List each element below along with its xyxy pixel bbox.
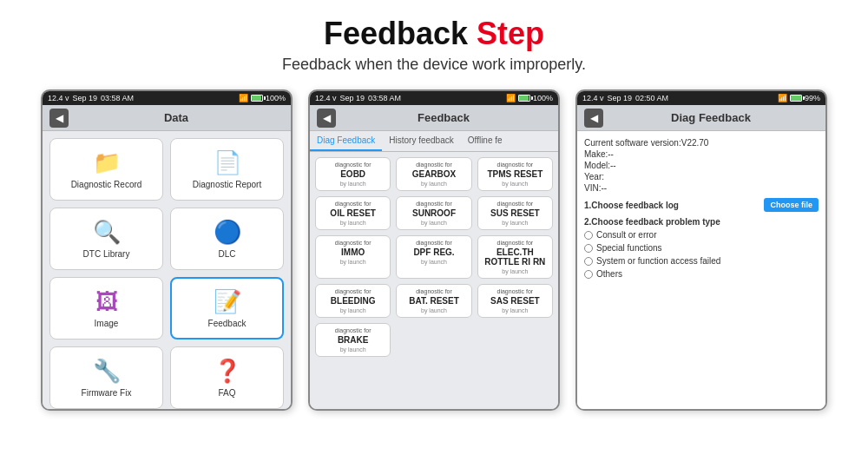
image-icon: 🖼: [95, 288, 118, 315]
page-header: Feedback Step Feedback when the device w…: [0, 0, 868, 81]
phone3-back-button[interactable]: ◀: [584, 109, 603, 128]
phone3-time: 02:50 AM: [635, 94, 668, 102]
phone2-wifi-icon: 📶: [506, 94, 516, 102]
title-black: Feedback: [324, 16, 468, 51]
phone2-back-button[interactable]: ◀: [317, 109, 336, 128]
folder-icon: 📁: [93, 149, 121, 176]
menu-diagnostic-report-label: Diagnostic Report: [193, 180, 261, 189]
diag-items-grid: diagnostic for EOBD by launch diagnostic…: [310, 152, 558, 362]
phone3-battery-icon: [790, 95, 802, 102]
dtc-icon: 🔍: [93, 219, 121, 246]
phone2-date: Sep 19: [340, 94, 365, 102]
diag-item-oil-reset[interactable]: diagnostic for OIL RESET by launch: [315, 196, 391, 230]
software-version: Current software version:V22.70: [584, 138, 819, 148]
phones-row: 12.4 v Sep 19 03:58 AM 📶 100% ◀ Data 📁 D…: [0, 81, 868, 411]
phone3-date: Sep 19: [608, 94, 633, 102]
feedback-icon: 📝: [214, 288, 241, 315]
menu-dlc[interactable]: 🔵 DLC: [170, 208, 284, 270]
section2-label: 2.Choose feedback problem type: [584, 217, 819, 227]
year: Year:: [584, 172, 819, 181]
phone1-battery: 100%: [266, 94, 286, 102]
menu-image[interactable]: 🖼 Image: [49, 277, 163, 340]
phone3-voltage: 12.4 v: [582, 94, 604, 102]
phone2: 12.4 v Sep 19 03:58 AM 📶 100% ◀ Feedback…: [308, 89, 560, 411]
menu-dtc-library-label: DTC Library: [83, 249, 130, 259]
menu-faq[interactable]: ❓ FAQ: [170, 346, 284, 409]
diag-item-sus-reset[interactable]: diagnostic for SUS RESET by launch: [477, 196, 553, 230]
radio-consult-error[interactable]: Consult or error: [584, 230, 819, 240]
menu-image-label: Image: [95, 319, 119, 328]
radio-label-3: System or function access failed: [596, 256, 720, 266]
vin: VIN:--: [584, 183, 819, 193]
menu-feedback[interactable]: 📝 Feedback: [170, 277, 284, 340]
phone2-voltage: 12.4 v: [315, 94, 337, 102]
diag-item-dpf[interactable]: diagnostic for DPF REG. by launch: [396, 235, 471, 279]
page-subtitle: Feedback when the device work improperly…: [0, 56, 868, 74]
menu-dlc-label: DLC: [218, 249, 235, 259]
radio-circle-4: [584, 270, 593, 279]
diag-item-bleeding[interactable]: diagnostic for BLEEDING by launch: [315, 284, 391, 318]
diag-item-throttle[interactable]: diagnostic for ELEC.TH ROTTLE RI RN by l…: [477, 235, 553, 279]
doc-icon: 📄: [214, 149, 241, 176]
phone2-status-bar: 12.4 v Sep 19 03:58 AM 📶 100%: [310, 91, 558, 105]
diag-item-brake[interactable]: diagnostic for BRAKE by launch: [315, 323, 391, 357]
menu-firmware-fix[interactable]: 🔧 Firmware Fix: [49, 346, 163, 409]
radio-circle-1: [584, 231, 593, 240]
phone1-header: ◀ Data: [43, 105, 291, 131]
section1-label: 1.Choose feedback log Choose file: [584, 198, 819, 212]
radio-label-2: Special functions: [596, 243, 662, 253]
menu-dtc-library[interactable]: 🔍 DTC Library: [49, 208, 163, 270]
radio-others[interactable]: Others: [584, 269, 819, 279]
tab-history-feedback[interactable]: History feedback: [382, 131, 460, 151]
choose-file-button[interactable]: Choose file: [764, 198, 819, 212]
menu-diagnostic-record-label: Diagnostic Record: [71, 180, 142, 189]
phone1-status-bar: 12.4 v Sep 19 03:58 AM 📶 100%: [43, 91, 291, 105]
diag-item-bat-reset[interactable]: diagnostic for BAT. RESET by launch: [396, 284, 471, 318]
page-title: Feedback Step: [0, 16, 868, 52]
title-red: Step: [477, 16, 544, 51]
radio-circle-3: [584, 257, 593, 266]
menu-faq-label: FAQ: [218, 388, 235, 398]
diag-item-sas-reset[interactable]: diagnostic for SAS RESET by launch: [477, 284, 553, 318]
tab-offline-fe[interactable]: Offline fe: [461, 131, 510, 151]
diag-item-eobd[interactable]: diagnostic for EOBD by launch: [315, 157, 391, 191]
phone1-voltage: 12.4 v: [48, 94, 69, 102]
phone1-menu-grid: 📁 Diagnostic Record 📄 Diagnostic Report …: [43, 131, 291, 411]
radio-label-4: Others: [596, 269, 622, 279]
diag-item-immo[interactable]: diagnostic for IMMO by launch: [315, 235, 391, 279]
diag-item-tpms[interactable]: diagnostic for TPMS RESET by launch: [477, 157, 553, 191]
diag-item-gearbox[interactable]: diagnostic for GEARBOX by launch: [396, 157, 471, 191]
tab-diag-feedback[interactable]: Diag Feedback: [310, 131, 382, 151]
phone2-time: 03:58 AM: [368, 94, 401, 102]
phone1-wifi-icon: 📶: [239, 94, 248, 102]
phone3-header: ◀ Diag Feedback: [577, 105, 825, 131]
radio-special-functions[interactable]: Special functions: [584, 243, 819, 253]
menu-feedback-label: Feedback: [208, 319, 247, 328]
menu-diagnostic-report[interactable]: 📄 Diagnostic Report: [170, 138, 284, 201]
faq-icon: ❓: [214, 358, 241, 385]
phone1: 12.4 v Sep 19 03:58 AM 📶 100% ◀ Data 📁 D…: [41, 89, 293, 411]
diag-item-sunroof[interactable]: diagnostic for SUNROOF by launch: [396, 196, 471, 230]
phone1-date: Sep 19: [73, 94, 98, 102]
phone1-body: 📁 Diagnostic Record 📄 Diagnostic Report …: [43, 131, 291, 411]
make: Make:--: [584, 149, 819, 159]
model: Model:--: [584, 161, 819, 170]
phone2-header-title: Feedback: [336, 111, 551, 124]
firmware-icon: 🔧: [93, 358, 121, 385]
phone2-battery-icon: [518, 95, 530, 102]
phone1-header-title: Data: [69, 111, 284, 124]
phone2-body: Diag Feedback History feedback Offline f…: [310, 131, 558, 411]
phone3-header-title: Diag Feedback: [603, 111, 819, 124]
menu-firmware-fix-label: Firmware Fix: [82, 388, 132, 398]
phone3-body: Current software version:V22.70 Make:-- …: [577, 131, 825, 411]
menu-diagnostic-record[interactable]: 📁 Diagnostic Record: [49, 138, 163, 201]
phone3: 12.4 v Sep 19 02:50 AM 📶 99% ◀ Diag Feed…: [575, 89, 827, 411]
radio-label-1: Consult or error: [596, 230, 656, 240]
phone1-back-button[interactable]: ◀: [49, 109, 69, 128]
phone1-battery-icon: [251, 95, 263, 102]
feedback-tabs: Diag Feedback History feedback Offline f…: [310, 131, 558, 152]
phone3-battery: 99%: [805, 94, 820, 102]
phone1-time: 03:58 AM: [101, 94, 134, 102]
radio-system-access[interactable]: System or function access failed: [584, 256, 819, 266]
dlc-icon: 🔵: [214, 219, 241, 246]
